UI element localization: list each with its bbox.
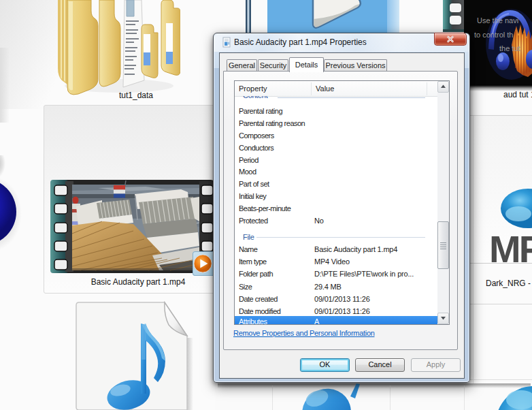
svg-text:MP3: MP3 [489, 227, 532, 263]
